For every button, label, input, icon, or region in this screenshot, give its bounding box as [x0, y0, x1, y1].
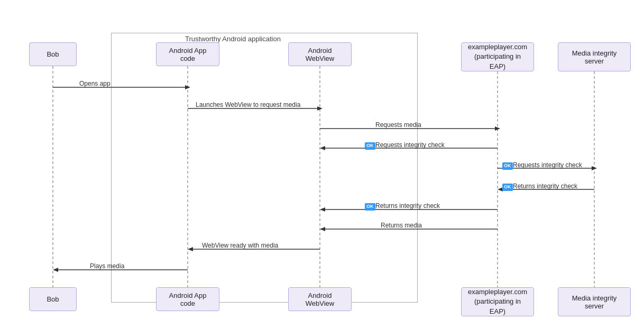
- diagram-container: Trustworthy Android application Bob Andr…: [0, 0, 644, 328]
- trustworthy-app-box: [111, 33, 418, 303]
- label-requests-media: Requests media: [375, 121, 421, 129]
- label-requests-integrity-1: Requests integrity check: [375, 141, 445, 149]
- webview-top-box: Android WebView: [288, 42, 352, 66]
- label-launches-webview: Launches WebView to request media: [196, 101, 300, 108]
- svg-marker-14: [592, 166, 597, 170]
- badge-a7: OK: [365, 203, 375, 211]
- label-returns-integrity-2: Returns integrity check: [375, 202, 440, 209]
- badge-a6: OK: [502, 184, 513, 191]
- exampleplayer-top-box: exampleplayer.com(participating in EAP): [461, 42, 534, 71]
- appcode-top-box: Android App code: [156, 42, 219, 66]
- label-returns-integrity-1: Returns integrity check: [513, 183, 577, 190]
- svg-marker-24: [53, 268, 58, 272]
- bob-bottom-box: Bob: [29, 287, 77, 311]
- label-requests-integrity-2: Requests integrity check: [513, 161, 582, 169]
- mediaserver-top-box: Media integrity server: [558, 42, 631, 71]
- webview-bottom-box: Android WebView: [288, 287, 352, 311]
- label-opens-app: Opens app: [79, 80, 111, 87]
- label-returns-media: Returns media: [381, 222, 422, 229]
- mediaserver-bottom-box: Media integrity server: [558, 287, 631, 316]
- svg-marker-10: [495, 126, 500, 131]
- exampleplayer-bottom-box: exampleplayer.com(participating in EAP): [461, 287, 534, 316]
- badge-a5: OK: [502, 162, 513, 170]
- label-plays-media: Plays media: [90, 262, 124, 270]
- label-webview-ready: WebView ready with media: [202, 242, 278, 249]
- trustworthy-app-label: Trustworthy Android application: [185, 35, 281, 43]
- badge-a4: OK: [365, 142, 375, 150]
- bob-top-box: Bob: [29, 42, 77, 66]
- appcode-bottom-box: Android App code: [156, 287, 219, 311]
